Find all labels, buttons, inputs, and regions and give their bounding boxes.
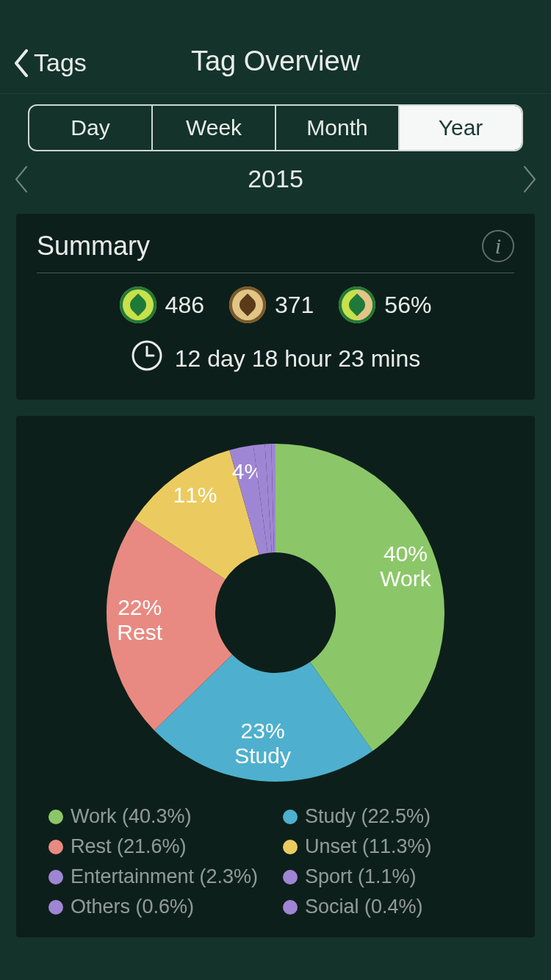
legend-label: Sport (1.1%) <box>305 865 417 888</box>
legend-item-others: Others (0.6%) <box>48 896 268 918</box>
legend-swatch <box>48 900 63 915</box>
stat-success-value: 486 <box>165 292 204 319</box>
legend-swatch <box>283 840 298 854</box>
legend-item-sport: Sport (1.1%) <box>283 865 503 888</box>
period-segmented-control: DayWeekMonthYear <box>0 94 551 151</box>
total-time: 12 day 18 hour 23 mins <box>37 339 514 378</box>
period-label: 2015 <box>248 165 303 193</box>
donut-chart: 40%Work23%Study22%Rest11%4% <box>98 435 453 790</box>
legend-item-work: Work (40.3%) <box>48 805 268 828</box>
slice-label-study: 23%Study <box>234 718 291 768</box>
legend-label: Others (0.6%) <box>71 896 194 918</box>
next-period-button[interactable] <box>522 165 538 193</box>
stat-success: 486 <box>120 287 204 323</box>
segment-week[interactable]: Week <box>153 106 276 150</box>
legend-item-social: Social (0.4%) <box>283 896 503 918</box>
legend-swatch <box>48 840 63 854</box>
total-time-value: 12 day 18 hour 23 mins <box>175 345 420 372</box>
tree-alive-icon <box>120 287 156 323</box>
stat-rate-value: 56% <box>384 292 431 319</box>
chart-card: 40%Work23%Study22%Rest11%4% Work (40.3%)… <box>16 416 535 937</box>
legend-label: Rest (21.6%) <box>71 835 187 858</box>
legend-label: Entertainment (2.3%) <box>71 865 258 888</box>
summary-card: Summary i 486 371 56% <box>16 214 535 400</box>
period-selector: 2015 <box>0 151 551 209</box>
segment-month[interactable]: Month <box>276 106 400 150</box>
back-label: Tags <box>34 48 87 77</box>
legend-label: Social (0.4%) <box>305 896 423 918</box>
legend-item-study: Study (22.5%) <box>283 805 503 828</box>
chevron-left-icon <box>13 49 29 77</box>
tree-half-icon <box>339 287 375 323</box>
segment-year[interactable]: Year <box>400 106 522 150</box>
legend-label: Study (22.5%) <box>305 805 431 828</box>
summary-title: Summary <box>37 231 150 262</box>
legend-swatch <box>283 810 298 824</box>
prev-period-button[interactable] <box>13 165 29 193</box>
header: Tags Tag Overview <box>0 0 551 94</box>
legend-item-rest: Rest (21.6%) <box>48 835 268 858</box>
slice-label-rest: 22%Rest <box>117 595 162 644</box>
legend-item-entertainment: Entertainment (2.3%) <box>48 865 268 888</box>
stat-fail-value: 371 <box>275 292 314 319</box>
clock-icon <box>131 339 163 378</box>
legend-swatch <box>283 870 298 884</box>
stat-fail: 371 <box>229 287 314 323</box>
slice-label-unset: 11% <box>173 483 217 507</box>
slice-label-work: 40%Work <box>380 541 431 591</box>
back-button[interactable]: Tags <box>13 48 87 77</box>
tree-dead-icon <box>229 287 266 323</box>
stat-rate: 56% <box>339 287 431 323</box>
info-icon[interactable]: i <box>482 230 514 262</box>
legend-label: Unset (11.3%) <box>305 835 432 858</box>
chart-legend: Work (40.3%)Study (22.5%)Rest (21.6%)Uns… <box>37 805 514 918</box>
legend-item-unset: Unset (11.3%) <box>283 835 503 858</box>
legend-swatch <box>48 810 63 824</box>
legend-swatch <box>48 870 63 884</box>
legend-swatch <box>283 900 298 915</box>
segment-day[interactable]: Day <box>29 106 153 150</box>
legend-label: Work (40.3%) <box>71 805 192 828</box>
